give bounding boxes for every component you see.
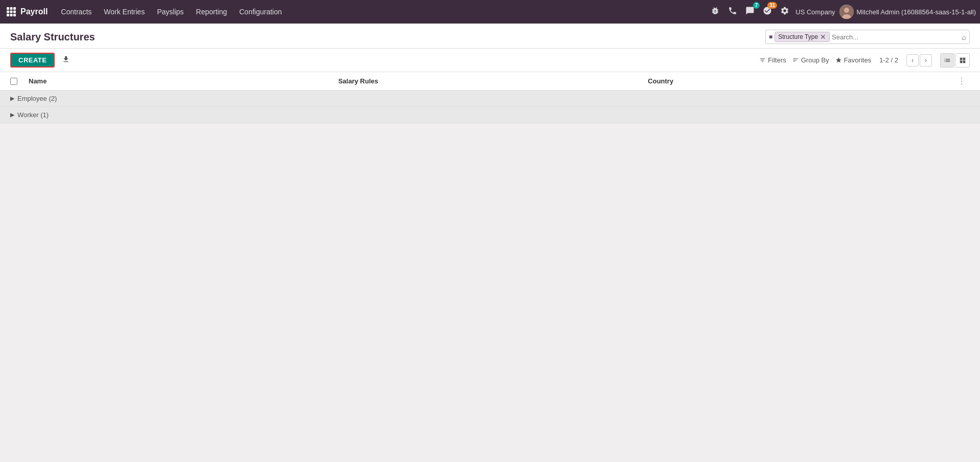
- next-page-button[interactable]: ›: [920, 54, 932, 67]
- svg-rect-4: [10, 11, 13, 13]
- svg-rect-7: [10, 14, 13, 16]
- create-button[interactable]: CREATE: [10, 53, 55, 68]
- toolbar: CREATE Filters Group By Favorites 1-2 / …: [0, 49, 980, 72]
- group-label-employee: Employee (2): [17, 95, 57, 102]
- chat-badge: 7: [753, 2, 760, 9]
- group-expand-icon-employee: ▶: [10, 95, 14, 102]
- filters-label: Filters: [768, 56, 786, 64]
- search-submit-icon[interactable]: ⌕: [962, 33, 966, 41]
- group-label-worker: Worker (1): [17, 111, 49, 119]
- group-by-label: Group By: [801, 56, 829, 64]
- page-title: Salary Structures: [10, 31, 95, 43]
- nav-right-icons: 7 31 US Company Mitchell Admin (16088564…: [709, 4, 976, 19]
- content-area: [0, 123, 980, 430]
- svg-rect-2: [13, 7, 16, 10]
- favorites-button[interactable]: Favorites: [835, 56, 871, 64]
- table-body: ▶ Employee (2) ▶ Worker (1): [0, 91, 980, 123]
- svg-rect-0: [7, 7, 9, 10]
- nav-reporting[interactable]: Reporting: [191, 6, 232, 18]
- table-header: Name Salary Rules Country ⋮: [0, 72, 980, 91]
- phone-icon[interactable]: [726, 4, 739, 19]
- user-menu[interactable]: Mitchell Admin (16088564-saas-15-1-all): [839, 5, 976, 19]
- svg-rect-5: [13, 11, 16, 13]
- svg-rect-3: [7, 11, 9, 13]
- app-title: Payroll: [20, 7, 48, 16]
- view-toggle: [940, 53, 970, 68]
- svg-rect-6: [7, 14, 9, 16]
- group-by-button[interactable]: Group By: [792, 56, 829, 64]
- nav-configuration[interactable]: Configuration: [234, 6, 287, 18]
- group-expand-icon-worker: ▶: [10, 112, 14, 118]
- prev-page-button[interactable]: ‹: [906, 54, 919, 67]
- bug-icon[interactable]: [709, 4, 722, 19]
- search-tag-remove[interactable]: ✕: [820, 33, 826, 40]
- toolbar-right: Filters Group By Favorites 1-2 / 2 ‹ ›: [759, 53, 970, 68]
- structure-type-icon: ■: [769, 33, 772, 40]
- nav-menu: Contracts Work Entries Payslips Reportin…: [56, 6, 706, 18]
- chat-icon[interactable]: 7: [743, 4, 757, 19]
- group-row-employee[interactable]: ▶ Employee (2): [0, 91, 980, 107]
- user-name: Mitchell Admin (16088564-saas-15-1-all): [857, 8, 976, 16]
- search-bar: ■ Structure Type ✕ ⌕: [765, 30, 970, 44]
- list-view-button[interactable]: [940, 53, 954, 68]
- search-tag-label: Structure Type: [778, 33, 818, 40]
- search-input[interactable]: [832, 33, 958, 41]
- nav-work-entries[interactable]: Work Entries: [99, 6, 150, 18]
- nav-payslips[interactable]: Payslips: [152, 6, 189, 18]
- pagination-info: 1-2 / 2: [879, 56, 898, 64]
- page-title-row: Salary Structures ■ Structure Type ✕ ⌕: [10, 30, 970, 48]
- search-tag-structure-type[interactable]: Structure Type ✕: [774, 32, 830, 42]
- column-header-country: Country: [648, 77, 958, 85]
- column-header-salary-rules: Salary Rules: [338, 77, 648, 85]
- top-navigation: Payroll Contracts Work Entries Payslips …: [0, 0, 980, 24]
- svg-rect-1: [10, 7, 13, 10]
- activity-badge: 31: [767, 2, 777, 9]
- page-header: Salary Structures ■ Structure Type ✕ ⌕: [0, 24, 980, 49]
- company-name[interactable]: US Company: [795, 8, 835, 16]
- download-button[interactable]: [59, 53, 73, 68]
- settings-icon[interactable]: [778, 4, 791, 19]
- filter-group: Filters Group By Favorites: [759, 56, 871, 64]
- avatar: [839, 5, 854, 19]
- filters-button[interactable]: Filters: [759, 56, 786, 64]
- pagination-arrows: ‹ ›: [906, 54, 932, 67]
- select-all-checkbox[interactable]: [10, 78, 17, 85]
- activity-icon[interactable]: 31: [761, 4, 774, 19]
- nav-contracts[interactable]: Contracts: [56, 6, 97, 18]
- group-row-worker[interactable]: ▶ Worker (1): [0, 107, 980, 123]
- svg-rect-8: [13, 14, 16, 16]
- apps-grid-icon[interactable]: [4, 5, 18, 19]
- svg-point-10: [844, 8, 849, 13]
- kanban-view-button[interactable]: [955, 53, 970, 68]
- column-header-name: Name: [29, 77, 338, 85]
- favorites-label: Favorites: [844, 56, 871, 64]
- more-columns-icon[interactable]: ⋮: [958, 76, 970, 86]
